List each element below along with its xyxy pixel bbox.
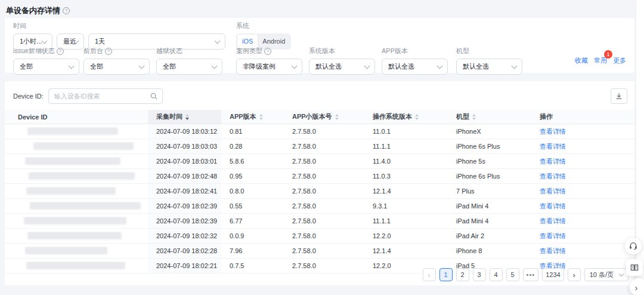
filter-foreground-background: 前后台 全部: [83, 47, 150, 75]
device-id-redacted: [27, 232, 122, 239]
view-detail-link[interactable]: 查看详情: [540, 143, 566, 150]
filter-os-version-select[interactable]: 默认全选: [309, 59, 375, 75]
collect-time-cell: 2024-07-09 18:02:39: [148, 199, 221, 213]
device-id-cell: [5, 187, 148, 196]
expand-panel-button[interactable]: [630, 278, 644, 295]
device-id-cell: [5, 172, 148, 181]
sort-icon: [472, 114, 476, 120]
app-minor-cell: 2.7.58.0: [284, 262, 364, 269]
page-button-last[interactable]: 1234: [542, 268, 564, 281]
device-id-cell: [5, 262, 148, 271]
collect-time-cell: 2024-07-09 18:02:32: [148, 229, 221, 243]
sort-icon: [185, 114, 189, 120]
view-detail-link[interactable]: 查看详情: [540, 232, 566, 239]
filter-issue-status-select[interactable]: 全部: [13, 59, 79, 75]
model-cell: iPad Mini 4: [448, 217, 531, 225]
column-model[interactable]: 机型: [448, 112, 531, 121]
device-id-redacted: [25, 157, 120, 165]
filter-jailbreak-status-select[interactable]: 全部: [156, 59, 222, 75]
help-icon[interactable]: [105, 48, 112, 55]
help-icon[interactable]: [264, 48, 271, 55]
page-title: 单设备内存详情: [6, 5, 70, 16]
page-button-3[interactable]: 3: [473, 268, 486, 281]
filter-case-type-select[interactable]: 非降级案例: [236, 59, 302, 75]
filter-app-version-label: APP版本: [382, 47, 408, 56]
table-row: 2024-07-09 18:03:01 5.8.6 2.7.58.0 11.4.…: [5, 154, 634, 169]
filter-device-model-select[interactable]: 默认全选: [456, 59, 522, 75]
view-detail-link[interactable]: 查看详情: [540, 202, 566, 210]
page-button-2[interactable]: 2: [456, 268, 469, 281]
app-minor-cell: 2.7.58.0: [284, 247, 364, 254]
app-version-cell: 0.95: [221, 173, 284, 180]
filter-issue-status-label: issue新增状态: [13, 47, 55, 56]
app-version-cell: 7.96: [221, 247, 284, 254]
frequent-badge: 1: [604, 50, 612, 59]
filter-app-version-select[interactable]: 默认全选: [382, 59, 448, 75]
os-version-cell: 11.0.1: [364, 128, 448, 135]
view-detail-link[interactable]: 查看详情: [540, 217, 566, 225]
table-row: 2024-07-09 18:02:39 0.55 2.7.58.0 9.3.1 …: [5, 199, 634, 214]
page-size-select[interactable]: 10 条/页: [584, 268, 628, 281]
view-detail-link[interactable]: 查看详情: [540, 247, 566, 254]
more-link[interactable]: 更多: [613, 56, 626, 65]
view-detail-link[interactable]: 查看详情: [540, 188, 566, 195]
column-app-version[interactable]: APP版本: [221, 112, 284, 121]
frequent-link-label: 常用: [594, 57, 607, 64]
model-cell: iPhoneX: [448, 128, 531, 135]
help-icon[interactable]: [63, 7, 70, 14]
time-mode-value: 最近: [63, 37, 76, 46]
app-minor-cell: 2.7.58.0: [284, 143, 364, 150]
device-id-redacted: [26, 187, 116, 195]
filter-foreground-background-select[interactable]: 全部: [83, 59, 150, 75]
page-button-4[interactable]: 4: [490, 268, 503, 281]
app-version-cell: 6.77: [221, 217, 284, 225]
os-version-cell: 12.1.4: [364, 247, 448, 254]
device-id-cell: [5, 232, 148, 241]
docs-button[interactable]: [626, 259, 643, 276]
device-table-panel: Device ID: Device ID 采集时间 APP版本: [5, 81, 634, 285]
app-minor-cell: 2.7.58.0: [284, 217, 364, 225]
os-version-cell: 12.2.0: [364, 232, 448, 239]
filter-app-version: APP版本 默认全选: [382, 47, 448, 75]
filter-device-model-value: 默认全选: [463, 62, 489, 71]
device-id-cell: [5, 127, 148, 136]
prev-page-button[interactable]: [423, 268, 436, 281]
table-row: 2024-07-09 18:02:41 0.8.0 2.7.58.0 12.1.…: [5, 184, 634, 199]
collect-time-cell: 2024-07-09 18:03:12: [148, 124, 221, 139]
app-minor-cell: 2.7.58.0: [284, 232, 364, 239]
device-id-search-input[interactable]: [48, 88, 163, 104]
filter-panel: 时间 1小时... 最近 1天 系统 iOS Android issue新增状态…: [5, 18, 634, 73]
page-button-1[interactable]: 1: [439, 268, 453, 281]
filter-issue-status: issue新增状态 全部: [13, 47, 79, 75]
page-button-5[interactable]: 5: [506, 268, 519, 281]
column-app-minor-version[interactable]: APP小版本号: [284, 112, 364, 121]
frequent-link[interactable]: 常用1: [594, 56, 607, 65]
view-detail-link[interactable]: 查看详情: [540, 158, 566, 165]
download-button[interactable]: [611, 88, 627, 104]
device-id-cell: [5, 217, 148, 226]
table-row: 2024-07-09 18:02:39 6.77 2.7.58.0 11.1.1…: [5, 214, 634, 229]
filter-jailbreak-status: 越狱状态 全部: [156, 47, 222, 75]
page-title-text: 单设备内存详情: [6, 5, 60, 16]
os-version-cell: 12.1.4: [364, 188, 448, 195]
device-id-redacted: [33, 142, 134, 150]
os-version-cell: 11.1.1: [364, 143, 448, 150]
os-version-cell: 11.0.3: [364, 173, 448, 180]
table-toolbar: Device ID:: [5, 81, 634, 110]
app-version-cell: 0.55: [221, 202, 284, 210]
next-page-button[interactable]: [568, 268, 581, 281]
app-version-cell: 0.7.5: [221, 262, 284, 269]
app-minor-cell: 2.7.58.0: [284, 202, 364, 210]
pagination-ellipsis[interactable]: •••: [523, 268, 539, 281]
view-detail-link[interactable]: 查看详情: [540, 173, 566, 180]
table-row: 2024-07-09 18:02:32 0.0.9 2.7.58.0 12.2.…: [5, 229, 634, 244]
view-detail-link[interactable]: 查看详情: [540, 128, 566, 135]
device-id-redacted: [27, 127, 118, 135]
help-icon[interactable]: [57, 48, 64, 55]
favorite-link[interactable]: 收藏: [575, 56, 588, 65]
app-version-cell: 0.8.0: [221, 188, 284, 195]
filter-jailbreak-status-label: 越狱状态: [156, 47, 182, 56]
column-collect-time[interactable]: 采集时间: [148, 110, 221, 124]
support-button[interactable]: [625, 238, 642, 254]
column-os-version[interactable]: 操作系统版本: [364, 112, 448, 121]
